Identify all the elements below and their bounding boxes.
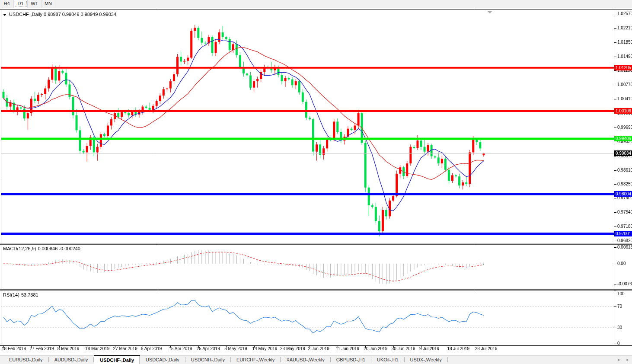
tab-scroll-left-icon[interactable]: ◄: [616, 358, 620, 362]
date-axis-label: 5 Apr 2019: [141, 346, 162, 351]
quote-high: 0.99049: [62, 12, 80, 17]
tab-usdx-weekly[interactable]: USDX-,Weekly: [405, 355, 447, 364]
price-axis-label: 0.97540: [617, 210, 632, 214]
rsi-name: RSI(14): [3, 292, 19, 297]
symbol-dropdown-icon[interactable]: [3, 14, 6, 16]
date-axis-label: 23 May 2019: [280, 346, 305, 351]
date-axis-label: 5 May 2019: [224, 346, 247, 351]
rsi-value: 53.7381: [21, 292, 38, 297]
price-tag-1.01205: 1.01205: [614, 65, 632, 70]
tab-ukoil-h1[interactable]: UKOil-,H1: [371, 355, 404, 364]
tab-eurusd-daily[interactable]: EURUSD-,Daily: [3, 355, 48, 364]
price-tag-0.97001: 0.97001: [614, 231, 632, 236]
price-axis-label: 1.01850: [617, 40, 632, 45]
date-axis-label: 9 Jul 2019: [419, 346, 439, 351]
date-axis-label: 27 Feb 2019: [29, 346, 54, 351]
date-axis-label: 15 Apr 2019: [169, 346, 192, 351]
timeframe-button-h4[interactable]: H4: [0, 0, 14, 8]
tab-eurchf-weekly[interactable]: EURCHF-,Weekly: [231, 355, 280, 364]
macd-values: 0.000846 -0.000240: [38, 246, 80, 251]
tab-scroll-right-icon[interactable]: ►: [626, 358, 629, 362]
rsi-axis-label: 0: [617, 341, 620, 346]
price-axis-label: 1.02210: [617, 26, 632, 30]
date-axis-label: 20 Jun 2019: [364, 346, 387, 351]
timeframe-toolbar: H4D1W1MN: [0, 0, 632, 8]
date-axis-label: 18 Feb 2019: [2, 346, 26, 351]
price-axis-label: 1.00410: [617, 96, 632, 101]
date-axis-label: 2 Jun 2019: [308, 346, 329, 351]
macd-axis-label: -0.007612: [617, 281, 632, 286]
macd-name: MACD(12,26,9): [3, 246, 36, 251]
rsi-axis-label: 30: [617, 325, 622, 330]
terminal-window: H4D1W1MN USDCHF-,Daily0.989870.990490.98…: [0, 0, 632, 364]
price-tag-0.99406: 0.99406: [614, 136, 632, 141]
tab-scroll-controls: ◄ ►: [616, 355, 629, 364]
quote-open: 0.98987: [44, 12, 61, 17]
chart-symbol-label: USDCHF-,Daily: [9, 12, 42, 17]
macd-indicator-label: MACD(12,26,9)0.000846 -0.000240: [3, 246, 82, 251]
date-axis-label: 18 Jul 2019: [447, 346, 469, 351]
tab-separator: [447, 357, 448, 362]
date-axis-label: 8 Mar 2019: [57, 346, 80, 351]
date-axis-label: 27 Mar 2019: [113, 346, 137, 351]
date-axis-label: 14 May 2019: [252, 346, 278, 351]
date-axis-label: 25 Apr 2019: [197, 346, 220, 351]
tab-gbpusd-h1[interactable]: GBPUSD-,H1: [331, 355, 371, 364]
macd-axis-label: 0.00: [617, 261, 626, 266]
tab-audusd-daily[interactable]: AUDUSD-,Daily: [49, 355, 94, 364]
price-axis-label: 1.01490: [617, 54, 632, 59]
quote-low: 0.98949: [81, 12, 98, 17]
price-axis-label: 1.00770: [617, 82, 632, 87]
symbol-tabbar: ◄ ► EURUSD-,DailyAUDUSD-,DailyUSDCHF-,Da…: [0, 355, 632, 364]
date-axis-label: 11 Jun 2019: [336, 346, 359, 351]
chart-title: USDCHF-,Daily0.989870.990490.989490.9903…: [3, 12, 118, 17]
price-axis-label: 1.02570: [617, 11, 632, 16]
current-price-tag: 0.99034: [614, 150, 632, 156]
chart-canvas[interactable]: [0, 8, 632, 354]
price-axis-label: 0.96820: [617, 238, 632, 243]
price-tag-0.98004: 0.98004: [614, 191, 632, 197]
price-tag-1.00106: 1.00106: [614, 108, 632, 114]
timeframe-button-mn[interactable]: MN: [41, 0, 55, 8]
chart-shift-icon[interactable]: [487, 11, 492, 13]
tab-usdcad-daily[interactable]: USDCAD-,Daily: [140, 355, 185, 364]
rsi-indicator-label: RSI(14)53.7381: [3, 292, 40, 297]
tab-xauusd-weekly[interactable]: XAUUSD-,Weekly: [281, 355, 330, 364]
tab-usdcnh-daily[interactable]: USDCNH-,Daily: [185, 355, 230, 364]
date-axis-label: 18 Mar 2019: [85, 346, 109, 351]
price-axis-label: 0.98610: [617, 168, 632, 172]
tab-usdchf-daily[interactable]: USDCHF-,Daily: [94, 355, 140, 364]
rsi-axis-label: 70: [617, 304, 622, 309]
timeframe-button-d1[interactable]: D1: [14, 0, 28, 8]
price-axis-label: 0.99690: [617, 125, 632, 130]
macd-axis-label: 0.00613: [617, 245, 632, 249]
quote-close: 0.99034: [99, 12, 116, 17]
date-axis-label: 30 Jun 2019: [392, 346, 415, 351]
timeframe-button-w1[interactable]: W1: [28, 0, 41, 8]
date-axis-label: 28 Jul 2019: [475, 346, 498, 351]
price-axis-label: 0.97180: [617, 224, 632, 229]
price-axis-label: 0.98250: [617, 182, 632, 186]
rsi-axis-label: 100: [617, 291, 625, 296]
